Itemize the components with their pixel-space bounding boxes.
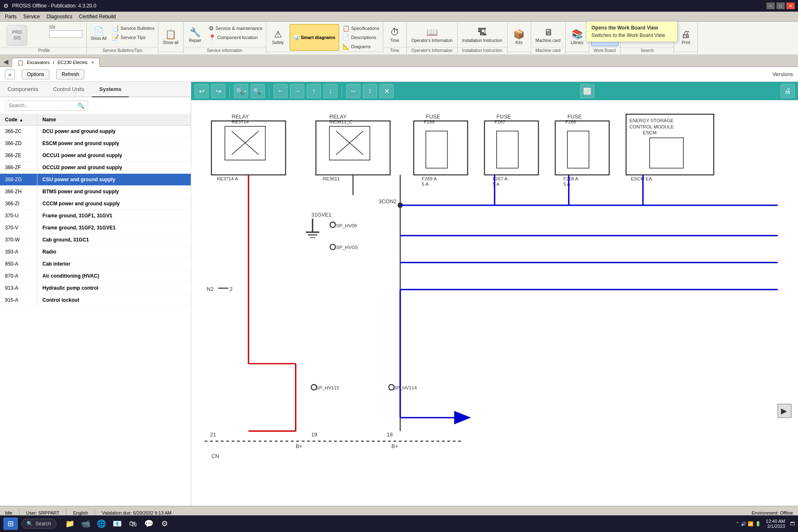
- taskbar-video[interactable]: 📹: [79, 517, 92, 530]
- table-row[interactable]: 870-A Air conditioning (HVAC): [0, 270, 191, 282]
- descriptions-button[interactable]: 📄 Descriptions: [341, 33, 381, 42]
- diag-undo-button[interactable]: ↩: [195, 84, 209, 98]
- svg-text:F268 A: F268 A: [563, 176, 578, 181]
- diag-fit-v-button[interactable]: ↕: [363, 84, 377, 98]
- tab-components[interactable]: Components: [0, 82, 46, 97]
- tab-control-units[interactable]: Control Units: [46, 82, 92, 97]
- safety-button[interactable]: ⚠ Safety: [268, 24, 288, 51]
- start-button[interactable]: ⊞: [3, 517, 18, 530]
- table-row[interactable]: 366-ZF OCCU2 power and ground supply: [0, 162, 191, 174]
- library-section-label: [566, 52, 589, 54]
- machine-card-button[interactable]: 🖥 Machine card: [533, 24, 564, 46]
- time-button[interactable]: ⏱ Time: [385, 24, 405, 46]
- taskbar-app[interactable]: 💬: [142, 517, 155, 530]
- minimize-button[interactable]: ─: [766, 2, 775, 9]
- nav-back-button[interactable]: ◀: [2, 57, 10, 66]
- title-bar-left: ⚙ PROSIS Offline - Publication: 4.3.20.0: [3, 2, 96, 9]
- diag-right-button[interactable]: →: [290, 84, 304, 98]
- svg-rect-0: [191, 108, 798, 499]
- taskbar-store[interactable]: 🛍: [126, 517, 140, 530]
- installation-button[interactable]: 🏗 Installation Instruction: [459, 24, 505, 46]
- diag-down-button[interactable]: ↓: [323, 84, 337, 98]
- diag-left-button[interactable]: ←: [273, 84, 288, 98]
- doc-tab-ec230[interactable]: 📋 Excavators / EC230 Electric ✕: [12, 58, 100, 67]
- col-code-header[interactable]: Code ▲: [0, 114, 37, 125]
- search-input[interactable]: [9, 103, 77, 108]
- cell-name: OCCU2 power and ground supply: [37, 162, 191, 173]
- table-row[interactable]: 370-W Cab ground, 31GC1: [0, 234, 191, 246]
- diag-fullscreen-button[interactable]: ⬜: [580, 84, 594, 98]
- table-row[interactable]: 370-U Frame ground, 31GF1, 31GV1: [0, 210, 191, 222]
- tab-systems[interactable]: Systems: [92, 82, 129, 97]
- col-name-header: Name: [37, 114, 191, 125]
- tab-breadcrumb1: Excavators: [27, 60, 49, 65]
- taskbar-prosis[interactable]: ⚙: [158, 517, 171, 530]
- cell-code: 366-ZF: [0, 162, 37, 173]
- service-bulletins-button[interactable]: 📑 Service Bulletins: [110, 24, 156, 32]
- maximize-button[interactable]: □: [776, 2, 785, 9]
- smart-diagrams-button[interactable]: 📊 Smart diagrams: [290, 24, 339, 51]
- show-all2-button[interactable]: 📋 Show all: [160, 24, 182, 51]
- diagram-toolbar: ↩ ↪ 🔍+ 🔍- ← → ↑ ↓ ↔ ↕ ✕ ⬜ 🖨: [191, 82, 798, 100]
- repair-button[interactable]: 🔧 Repair: [185, 24, 205, 46]
- svg-text:B+: B+: [392, 443, 398, 449]
- toolbar: PROSIS SN: Profile 📄 Show All 📑 Service …: [0, 22, 798, 55]
- options-button[interactable]: Options: [22, 69, 49, 79]
- breadcrumb-bar: « Options Refresh Versions: [0, 67, 798, 82]
- table-row[interactable]: 366-ZI CCCM power and ground supply: [0, 198, 191, 210]
- table-row[interactable]: 393-A Radio: [0, 246, 191, 258]
- table-row[interactable]: 913-A Hydraulic pump control: [0, 282, 191, 294]
- refresh-button[interactable]: Refresh: [56, 69, 84, 79]
- table-row[interactable]: 850-A Cab interior: [0, 258, 191, 270]
- taskbar-file-explorer[interactable]: 📁: [63, 517, 76, 530]
- library-button[interactable]: 📚 Library: [567, 24, 587, 51]
- kits-button[interactable]: 📦 Kits: [509, 24, 529, 51]
- taskbar-browser[interactable]: 🌐: [95, 517, 108, 530]
- menu-certified-rebuild[interactable]: Certified Rebuild: [76, 13, 119, 20]
- show-all-button[interactable]: 📄 Show All: [89, 24, 108, 46]
- diagrams-button[interactable]: 📐 Diagrams: [341, 42, 381, 51]
- svg-text:ENERGY STORAGE: ENERGY STORAGE: [629, 118, 674, 123]
- table-row[interactable]: 915-A Control lockout: [0, 294, 191, 306]
- menu-service[interactable]: Service: [20, 13, 43, 20]
- diag-up-button[interactable]: ↑: [307, 84, 321, 98]
- title-bar: ⚙ PROSIS Offline - Publication: 4.3.20.0…: [0, 0, 798, 12]
- menu-diagnostics[interactable]: Diagnostics: [43, 13, 76, 20]
- operator-info-section-label: Operator's Information: [407, 47, 457, 54]
- svg-text:31GVE1: 31GVE1: [311, 212, 332, 218]
- table-row[interactable]: 366-ZE OCCU1 power and ground supply: [0, 150, 191, 162]
- taskbar-notification[interactable]: 🗔: [790, 521, 795, 526]
- diag-zoom-in-button[interactable]: 🔍+: [234, 84, 248, 98]
- specifications-button[interactable]: 📋 Specifications: [341, 24, 381, 32]
- service-maintenance-button[interactable]: ⚙ Service & maintenance: [207, 24, 264, 32]
- operator-info-button[interactable]: 📖 Operator's Information: [409, 24, 456, 46]
- back-nav-button[interactable]: «: [5, 69, 15, 79]
- table-row[interactable]: 366-ZD ESCM power and ground supply: [0, 138, 191, 150]
- diag-redo-button[interactable]: ↪: [211, 84, 225, 98]
- table-row[interactable]: 366-ZC DCU power and ground supply: [0, 126, 191, 138]
- tab-close-button[interactable]: ✕: [91, 60, 94, 65]
- diag-zoom-out-button[interactable]: 🔍-: [251, 84, 265, 98]
- sn-input[interactable]: [49, 30, 82, 38]
- sn-label: SN:: [49, 25, 82, 30]
- cell-name: CCCM power and ground supply: [37, 198, 191, 209]
- diag-print-button[interactable]: 🖨: [781, 84, 795, 98]
- diagram-area: RELAY RE3714 RE3714 A RELAY RE3611_C RE3…: [191, 100, 798, 506]
- versions-button[interactable]: Versions: [772, 71, 793, 77]
- diagram-svg: RELAY RE3714 RE3714 A RELAY RE3611_C RE3…: [191, 100, 798, 506]
- menu-parts[interactable]: Parts: [2, 13, 20, 20]
- print-button[interactable]: 🖨 Print: [676, 24, 696, 51]
- close-button[interactable]: ✕: [786, 2, 795, 9]
- show-all-section: 📋 Show all: [158, 22, 184, 54]
- table-row[interactable]: 366-ZH BTMS power and ground supply: [0, 186, 191, 198]
- service-bulletins-content: 📄 Show All 📑 Service Bulletins 📝 Service…: [87, 22, 158, 47]
- diag-expand-button[interactable]: ✕: [379, 84, 394, 98]
- taskbar-mail[interactable]: 📧: [111, 517, 124, 530]
- component-location-button[interactable]: 📍 Component location: [207, 33, 264, 42]
- taskbar-search[interactable]: 🔍 Search: [21, 519, 57, 529]
- diag-fit-h-button[interactable]: ↔: [346, 84, 360, 98]
- table-row[interactable]: 366-ZG CSU power and ground supply: [0, 174, 191, 186]
- service-tips-button[interactable]: 📝 Service Tips: [110, 33, 156, 42]
- table-row[interactable]: 370-V Frame ground, 31GF2, 31GVE1: [0, 222, 191, 234]
- title-bar-controls: ─ □ ✕: [766, 2, 795, 9]
